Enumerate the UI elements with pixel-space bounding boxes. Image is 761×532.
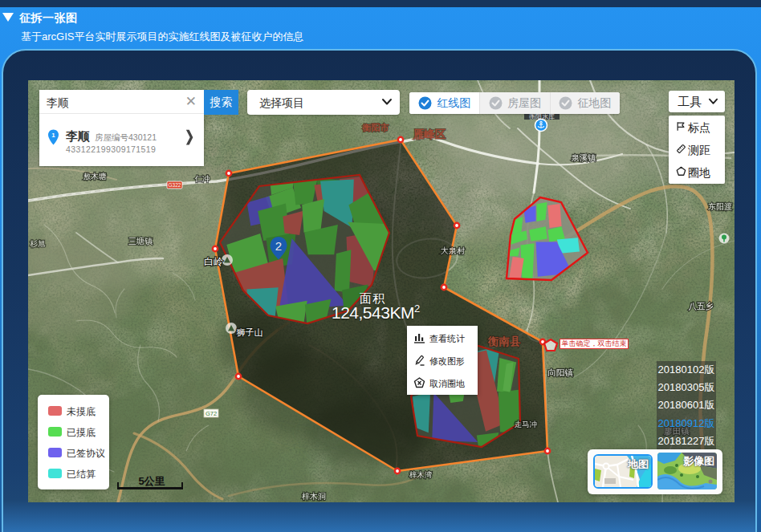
svg-text:梓木洞: 梓木洞 [302, 492, 326, 501]
svg-text:衡南县: 衡南县 [487, 335, 521, 347]
svg-text:狮子山: 狮子山 [237, 327, 263, 337]
svg-text:杉旭: 杉旭 [30, 239, 47, 248]
svg-text:仁冲: 仁冲 [195, 174, 210, 183]
svg-text:八五乡: 八五乡 [688, 301, 714, 311]
svg-text:泉溪镇: 泉溪镇 [571, 153, 596, 162]
svg-text:白岭: 白岭 [204, 256, 223, 267]
svg-text:大泉村: 大泉村 [441, 246, 466, 255]
svg-text:2: 2 [275, 239, 282, 253]
svg-text:衡阳市: 衡阳市 [362, 123, 389, 132]
svg-text:走马冲: 走马冲 [515, 420, 538, 428]
svg-text:向阳镇: 向阳镇 [547, 368, 573, 377]
svg-text:雁峰区: 雁峰区 [413, 128, 446, 140]
svg-text:G72: G72 [206, 410, 217, 417]
svg-text:梓木湾: 梓木湾 [409, 470, 433, 479]
svg-text:东阳渡: 东阳渡 [708, 202, 732, 211]
svg-text:敖木塘: 敖木塘 [83, 172, 107, 181]
svg-text:三塘镇: 三塘镇 [128, 237, 153, 246]
svg-text:1: 1 [51, 132, 55, 139]
svg-text:G322: G322 [169, 182, 181, 188]
